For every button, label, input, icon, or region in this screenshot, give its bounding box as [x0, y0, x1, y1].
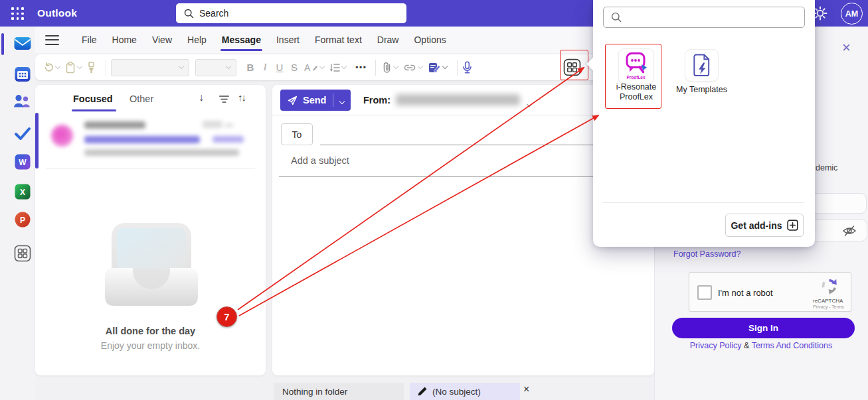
undo-button[interactable] — [43, 62, 60, 72]
sort-icon[interactable]: ↓ — [199, 92, 204, 103]
svg-text:W: W — [19, 157, 27, 167]
gear-icon[interactable] — [813, 6, 827, 21]
menu-file[interactable]: File — [82, 34, 97, 45]
powerpoint-icon: P — [15, 212, 31, 228]
to-button[interactable]: To — [281, 123, 313, 145]
menu-options[interactable]: Options — [414, 34, 446, 45]
undo-icon — [43, 62, 54, 72]
format-painter-button[interactable] — [87, 62, 96, 74]
bold-button[interactable]: B — [243, 62, 258, 73]
app-launcher-icon[interactable] — [11, 7, 25, 21]
subject-input[interactable] — [291, 155, 557, 166]
excel-icon: X — [15, 184, 31, 200]
menu-help[interactable]: Help — [187, 34, 207, 45]
dictate-button[interactable] — [462, 61, 472, 74]
recaptcha-checkbox[interactable] — [697, 285, 712, 300]
addin-my-templates[interactable] — [685, 49, 719, 82]
prooflex-logo-text: ProofLex — [626, 75, 646, 80]
apps-grid-icon — [14, 245, 31, 262]
from-chevron[interactable] — [527, 97, 531, 109]
search-input[interactable] — [199, 8, 385, 19]
addins-button[interactable] — [563, 58, 581, 79]
menu-message[interactable]: Message — [222, 34, 261, 45]
get-addins-button[interactable]: Get add-ins — [725, 214, 804, 237]
folder-status-tab: Nothing in folder — [274, 383, 404, 400]
underline-button[interactable]: U — [272, 62, 287, 73]
link-icon — [403, 64, 416, 72]
sign-in-button[interactable]: Sign In — [672, 318, 855, 338]
tab-focused[interactable]: Focused — [73, 94, 113, 104]
sidebar-item-excel[interactable]: X — [13, 182, 31, 200]
menu-view[interactable]: View — [152, 34, 172, 45]
more-options-button[interactable]: ••• — [355, 63, 367, 72]
microphone-icon — [462, 61, 472, 74]
addin-prooflex[interactable]: ProofLex — [618, 48, 654, 84]
checkmark-icon — [15, 127, 31, 140]
eye-slash-icon[interactable] — [842, 225, 857, 237]
highlight-button[interactable]: A — [304, 62, 324, 73]
forgot-password-link[interactable]: Forgot Password? — [673, 249, 740, 259]
terms-link[interactable]: Terms And Conditions — [752, 341, 833, 350]
popup-divider — [603, 202, 804, 203]
svg-text:P: P — [19, 215, 25, 224]
signature-button[interactable] — [428, 61, 447, 74]
font-family-dropdown[interactable] — [111, 59, 189, 76]
close-draft-icon[interactable]: × — [523, 383, 529, 395]
svg-text:X: X — [19, 187, 25, 196]
ribbon-menu: File Home View Help Message Insert Forma… — [35, 27, 654, 53]
addins-search[interactable] — [603, 7, 805, 28]
sidebar-item-powerpoint[interactable]: P — [13, 210, 31, 228]
strikethrough-button[interactable]: S — [287, 62, 302, 73]
sidebar-item-mail[interactable] — [13, 34, 31, 52]
annotation-step-badge: 7 — [217, 306, 237, 327]
avatar — [51, 125, 73, 147]
avatar[interactable]: AM — [841, 3, 863, 25]
word-icon: W — [15, 154, 31, 170]
filter-icon[interactable] — [219, 96, 229, 103]
sort-order-icon[interactable]: ↑↓ — [238, 92, 245, 103]
draft-tab[interactable]: (No subject) — [410, 383, 520, 400]
font-size-dropdown[interactable] — [195, 59, 236, 76]
format-painter-icon — [87, 62, 96, 74]
focused-tab-underline — [72, 109, 116, 111]
privacy-policy-link[interactable]: Privacy Policy — [690, 341, 742, 350]
subject-underline — [279, 176, 648, 177]
subject-blur-2 — [213, 136, 244, 143]
selection-indicator — [35, 113, 39, 168]
empty-state-subtitle: Enjoy your empty inbox. — [35, 340, 266, 351]
sidebar-item-calendar[interactable] — [13, 65, 31, 83]
from-label: From: — [363, 95, 391, 105]
attach-button[interactable] — [381, 61, 398, 74]
link-button[interactable] — [403, 64, 422, 72]
search-icon — [184, 9, 194, 19]
addin-my-templates-label: My Templates — [669, 85, 734, 95]
tab-other[interactable]: Other — [130, 94, 153, 104]
italic-button[interactable]: I — [258, 62, 272, 73]
menu-format-text[interactable]: Format text — [315, 34, 362, 45]
send-label: Send — [303, 95, 326, 105]
menu-dots-blur — [225, 124, 233, 127]
recaptcha-links[interactable]: Privacy - Terms — [813, 304, 859, 309]
paste-button[interactable] — [65, 62, 82, 74]
from-address-blur — [396, 94, 520, 105]
menu-draw[interactable]: Draw — [377, 34, 399, 45]
sidebar-item-apps[interactable] — [13, 244, 31, 262]
app-rail: W X P — [0, 27, 35, 400]
sidebar-item-todo[interactable] — [13, 124, 31, 142]
global-search[interactable] — [176, 3, 406, 23]
sidebar-item-people[interactable] — [13, 92, 31, 109]
line-spacing-button[interactable] — [329, 63, 346, 72]
send-options-chevron[interactable] — [333, 94, 351, 106]
recaptcha-widget: I'm not a robot reCAPTCHA Privacy - Term… — [689, 272, 851, 312]
sidebar-item-word[interactable]: W — [13, 153, 31, 170]
menu-home[interactable]: Home — [112, 34, 137, 45]
subject-blur — [84, 136, 200, 143]
search-icon — [611, 12, 622, 23]
menu-insert[interactable]: Insert — [276, 34, 300, 45]
hamburger-menu-icon[interactable] — [45, 35, 59, 45]
list-item[interactable] — [35, 113, 266, 169]
legal-links: Privacy Policy & Terms And Conditions — [654, 341, 868, 350]
message-list-pane: Focused Other ↓ ↑↓ — [35, 85, 266, 375]
close-panel-icon[interactable]: × — [842, 39, 851, 56]
send-button[interactable]: Send — [280, 90, 351, 111]
